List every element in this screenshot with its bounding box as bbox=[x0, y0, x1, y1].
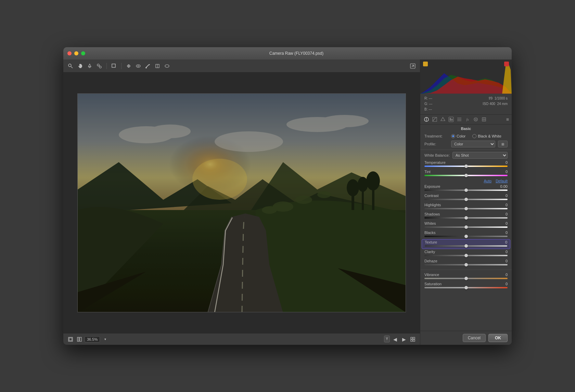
profile-label: Profile: bbox=[424, 142, 448, 146]
vibrance-slider-row: Vibrance 0 bbox=[420, 272, 512, 281]
exif-info: f/9 1/1000 s ISO 400 24 mm bbox=[483, 96, 508, 112]
shadow-clipping-warning[interactable] bbox=[504, 62, 509, 66]
vibrance-label: Vibrance bbox=[424, 273, 439, 277]
cancel-button[interactable]: Cancel bbox=[463, 334, 486, 342]
nav-prev-icon[interactable]: ◀ bbox=[391, 336, 399, 343]
radial-filter-icon[interactable] bbox=[163, 62, 171, 70]
dehaze-track[interactable] bbox=[424, 264, 508, 265]
contrast-thumb[interactable] bbox=[464, 198, 468, 201]
clarity-thumb[interactable] bbox=[464, 254, 468, 257]
dehaze-thumb[interactable] bbox=[464, 263, 468, 266]
wb-select[interactable]: As Shot Auto Daylight Cloudy bbox=[452, 152, 508, 159]
color-sampler-icon[interactable] bbox=[95, 62, 103, 70]
zoom-tool-icon[interactable] bbox=[67, 62, 74, 70]
detail-icon[interactable] bbox=[456, 116, 463, 123]
brush-tool-icon[interactable] bbox=[144, 62, 152, 70]
exposure-thumb[interactable] bbox=[464, 188, 468, 192]
whites-thumb[interactable] bbox=[464, 225, 468, 229]
temperature-track[interactable] bbox=[424, 166, 508, 167]
g-label: G: bbox=[424, 102, 428, 106]
dehaze-value[interactable]: 0 bbox=[497, 259, 508, 263]
tone-curve-icon[interactable] bbox=[431, 116, 438, 123]
exposure-track[interactable] bbox=[424, 190, 508, 191]
tint-track[interactable] bbox=[424, 175, 508, 176]
color-radio-button[interactable] bbox=[451, 134, 455, 138]
zoom-dropdown-icon[interactable]: ▾ bbox=[101, 336, 109, 343]
vibrance-track[interactable] bbox=[424, 278, 508, 279]
fx-icon[interactable]: fx bbox=[464, 116, 471, 123]
lens-corrections-icon[interactable] bbox=[472, 116, 479, 123]
zoom-input[interactable]: 36.5% bbox=[85, 336, 100, 342]
temperature-value[interactable]: 0 bbox=[497, 160, 508, 165]
hand-tool-icon[interactable] bbox=[76, 62, 84, 70]
texture-value[interactable]: 0 bbox=[497, 240, 507, 244]
tint-value[interactable]: 0 bbox=[497, 170, 508, 174]
contrast-value[interactable]: 0 bbox=[497, 194, 508, 198]
auto-link[interactable]: Auto bbox=[484, 179, 492, 183]
default-link[interactable]: Default bbox=[496, 179, 508, 183]
panel-menu-icon[interactable]: ≡ bbox=[506, 117, 509, 122]
texture-thumb[interactable] bbox=[464, 244, 468, 248]
crop-tool-icon[interactable] bbox=[110, 62, 118, 70]
tint-thumb[interactable] bbox=[464, 174, 468, 177]
svg-rect-48 bbox=[450, 118, 451, 121]
exposure-value[interactable]: 0.00 bbox=[497, 184, 508, 188]
highlights-track[interactable] bbox=[424, 208, 508, 209]
red-eye-tool-icon[interactable] bbox=[135, 62, 142, 70]
hsl-icon[interactable] bbox=[439, 116, 446, 123]
clarity-track[interactable] bbox=[424, 255, 508, 256]
blacks-thumb[interactable] bbox=[464, 235, 468, 238]
saturation-value[interactable]: 0 bbox=[497, 282, 508, 286]
texture-track[interactable] bbox=[425, 245, 507, 247]
saturation-track[interactable] bbox=[424, 287, 508, 288]
blacks-track[interactable] bbox=[424, 236, 508, 237]
shadows-label: Shadows bbox=[424, 212, 440, 216]
blacks-value[interactable]: 0 bbox=[497, 231, 508, 235]
nav-next-icon[interactable]: ▶ bbox=[400, 336, 408, 343]
profile-select[interactable]: Color Adobe Color Adobe Landscape bbox=[451, 141, 495, 147]
bw-radio-option[interactable]: Black & White bbox=[472, 134, 501, 138]
contrast-track[interactable] bbox=[424, 199, 508, 200]
whites-slider-row: Whites 0 bbox=[420, 221, 512, 230]
clarity-value[interactable]: 0 bbox=[497, 250, 508, 254]
basic-panel-icon[interactable] bbox=[423, 116, 430, 123]
shadows-track[interactable] bbox=[424, 217, 508, 219]
shadows-value[interactable]: 0 bbox=[497, 212, 508, 216]
export-icon[interactable] bbox=[409, 62, 417, 70]
frame-icon[interactable] bbox=[67, 336, 74, 343]
vibrance-value[interactable]: 0 bbox=[497, 273, 508, 277]
shutter-value: 1/1000 s bbox=[495, 96, 508, 100]
highlights-thumb[interactable] bbox=[464, 207, 468, 210]
contrast-label: Contrast bbox=[424, 194, 439, 198]
temperature-thumb[interactable] bbox=[464, 165, 468, 168]
vibrance-thumb[interactable] bbox=[464, 277, 468, 280]
app-window: Camera Raw (FLY00374.psd) bbox=[63, 47, 512, 345]
close-button[interactable] bbox=[67, 51, 72, 55]
bw-radio-button[interactable] bbox=[472, 134, 476, 138]
shadows-thumb[interactable] bbox=[464, 216, 468, 220]
maximize-button[interactable] bbox=[81, 51, 85, 55]
svg-rect-43 bbox=[413, 340, 415, 341]
highlights-value[interactable]: 0 bbox=[497, 203, 508, 207]
bottom-buttons: Cancel OK bbox=[420, 331, 512, 345]
ok-button[interactable]: OK bbox=[488, 334, 508, 342]
color-radio-option[interactable]: Color bbox=[451, 134, 465, 138]
grid-view-icon[interactable] bbox=[409, 336, 417, 343]
heal-tool-icon[interactable] bbox=[125, 62, 132, 70]
whites-value[interactable]: 0 bbox=[497, 221, 508, 225]
y-icon[interactable]: Y bbox=[384, 336, 390, 342]
tint-slider-row: Tint 0 bbox=[420, 169, 512, 178]
saturation-thumb[interactable] bbox=[464, 286, 468, 289]
exposure-label: Exposure bbox=[424, 184, 440, 188]
compare-icon[interactable] bbox=[76, 336, 83, 343]
adjustment-brush-icon[interactable] bbox=[154, 62, 161, 70]
svg-rect-49 bbox=[451, 119, 452, 121]
white-balance-tool-icon[interactable] bbox=[86, 62, 93, 70]
profile-grid-button[interactable]: ⊞ bbox=[498, 141, 508, 147]
blacks-label: Blacks bbox=[424, 231, 435, 235]
whites-track[interactable] bbox=[424, 226, 508, 228]
geometry-icon[interactable] bbox=[481, 116, 487, 123]
minimize-button[interactable] bbox=[74, 51, 78, 55]
highlight-clipping-warning[interactable] bbox=[423, 62, 428, 66]
color-grading-icon[interactable] bbox=[448, 116, 455, 123]
